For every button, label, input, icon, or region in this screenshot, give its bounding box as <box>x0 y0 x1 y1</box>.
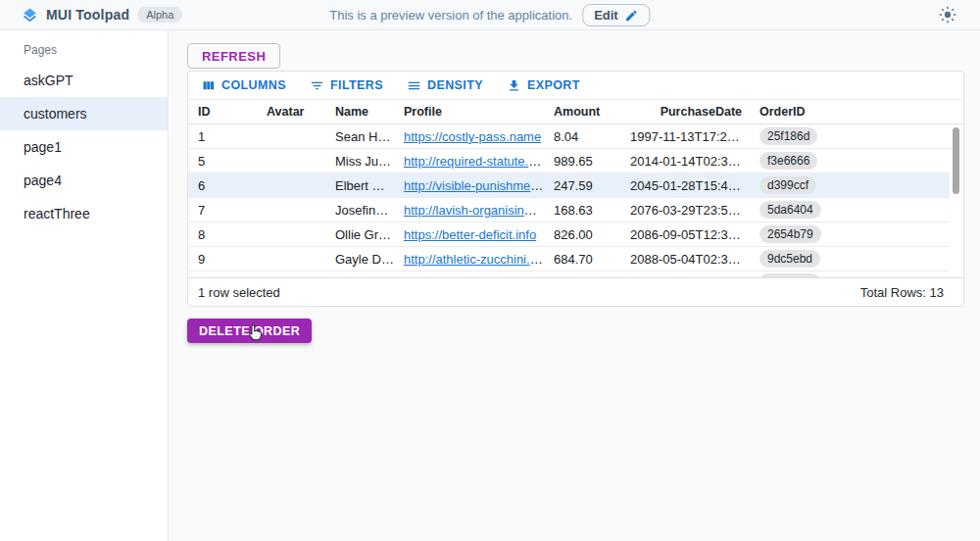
main-content: REFRESH COLUMNS FILTERS DENSITY <box>170 30 980 541</box>
cell-amount: 8.04 <box>544 129 630 144</box>
delete-order-button[interactable]: DELETE ORDER <box>187 319 312 343</box>
column-header-purchasedate[interactable]: PurchaseDate <box>630 105 750 119</box>
profile-link[interactable]: https://costly-pass.name <box>404 129 541 144</box>
orderid-chip: 9dc5ebd <box>760 250 820 268</box>
cell-purchasedate: 1997-11-13T17:24:11.769Z <box>630 129 750 144</box>
cell-id: 6 <box>188 178 257 193</box>
cell-purchasedate: 2088-05-04T02:31:03.294Z <box>630 252 750 267</box>
orderid-chip: d399ccf <box>760 176 816 194</box>
edit-button[interactable]: Edit <box>582 4 651 26</box>
brand: MUI Toolpad Alpha <box>22 7 182 24</box>
sidebar-section-label: Pages <box>0 30 168 64</box>
cell-amount: 247.59 <box>544 178 630 193</box>
orderid-chip <box>760 273 820 278</box>
sidebar-item-reactthree[interactable]: reactThree <box>0 197 168 230</box>
sidebar-item-customers[interactable]: customers <box>0 97 168 130</box>
table-row[interactable]: 8 Ollie Green… https://better-deficit.in… <box>188 222 950 247</box>
density-icon <box>407 78 421 93</box>
cell-name: Gayle Den… <box>325 252 394 267</box>
cell-name: Sean Harris <box>325 129 394 144</box>
column-header-avatar[interactable]: Avatar <box>257 105 325 119</box>
column-header-id[interactable]: ID <box>188 105 257 119</box>
column-header-orderid[interactable]: OrderID <box>750 105 963 119</box>
cell-amount: 989.65 <box>544 154 630 169</box>
layers-icon <box>22 7 38 24</box>
cell-id: 8 <box>188 227 257 242</box>
columns-button-label: COLUMNS <box>221 78 286 92</box>
cell-purchasedate: 2014-01-14T02:37:28.536Z <box>630 154 750 169</box>
sidebar: Pages askGPT customers page1 page4 react… <box>0 30 169 541</box>
table-row[interactable]: 5 Miss Juan … http://required-statute.or… <box>188 149 950 173</box>
cell-purchasedate: 2076-03-29T23:51:07.968Z <box>630 203 750 218</box>
cell-purchasedate: 2086-09-05T12:37:27.015Z <box>630 227 750 242</box>
total-rows: Total Rows: 13 <box>860 285 944 300</box>
pencil-icon <box>625 9 639 23</box>
orderid-chip: 5da6404 <box>760 201 821 219</box>
preview-banner-text: This is a preview version of the applica… <box>329 8 572 23</box>
refresh-button[interactable]: REFRESH <box>187 43 280 69</box>
columns-button[interactable]: COLUMNS <box>192 74 295 97</box>
sidebar-item-page4[interactable]: page4 <box>0 164 168 197</box>
view-columns-icon <box>201 78 216 93</box>
cell-id: 9 <box>188 252 257 267</box>
orderid-chip: f3e6666 <box>760 152 817 170</box>
table-row[interactable]: 1 Sean Harris https://costly-pass.name 8… <box>188 124 950 149</box>
filters-button-label: FILTERS <box>330 78 383 92</box>
alpha-badge: Alpha <box>137 7 182 23</box>
profile-link[interactable]: http://visible-punishment.net <box>404 178 544 193</box>
orderid-chip: 2654b79 <box>760 225 821 243</box>
grid-toolbar: COLUMNS FILTERS DENSITY EXPORT <box>188 72 963 100</box>
data-grid: COLUMNS FILTERS DENSITY EXPORT <box>187 71 964 307</box>
cell-name: Ollie Green… <box>325 227 394 242</box>
density-button[interactable]: DENSITY <box>398 74 492 97</box>
table-row[interactable]: 7 Josefina P… http://lavish-organising.n… <box>188 198 950 222</box>
filter-icon <box>310 78 324 93</box>
theme-toggle-button[interactable] <box>937 4 958 25</box>
sidebar-item-label: customers <box>24 106 87 122</box>
cell-id: 7 <box>188 203 257 218</box>
grid-footer: 1 row selected Total Rows: 13 <box>188 277 963 306</box>
cell-amount: 684.70 <box>544 252 630 267</box>
table-row-selected[interactable]: 6 Elbert McL… http://visible-punishment.… <box>188 173 950 198</box>
column-header-profile[interactable]: Profile <box>394 105 544 119</box>
density-button-label: DENSITY <box>427 78 483 92</box>
sidebar-item-label: reactThree <box>24 206 90 221</box>
cell-name: Miss Juan … <box>325 154 394 169</box>
download-icon <box>507 78 521 93</box>
orderid-chip: 25f186d <box>760 127 817 145</box>
cell-name: Elbert McL… <box>325 178 394 193</box>
grid-header-row: ID Avatar Name Profile Amount PurchaseDa… <box>188 100 963 124</box>
app-title: MUI Toolpad <box>46 7 129 23</box>
profile-link[interactable]: http://athletic-zucchini.org <box>404 252 544 267</box>
table-row-partial[interactable] <box>188 271 950 277</box>
table-row[interactable]: 9 Gayle Den… http://athletic-zucchini.or… <box>188 247 950 271</box>
cell-name: Josefina P… <box>325 203 394 218</box>
cell-amount: 168.63 <box>544 203 630 218</box>
vertical-scrollbar-thumb[interactable] <box>953 127 959 194</box>
column-header-amount[interactable]: Amount <box>544 105 630 119</box>
filters-button[interactable]: FILTERS <box>301 74 392 97</box>
export-button-label: EXPORT <box>527 78 580 92</box>
sidebar-item-label: page1 <box>24 139 62 155</box>
column-header-name[interactable]: Name <box>325 105 394 119</box>
sidebar-item-askgpt[interactable]: askGPT <box>0 64 168 97</box>
sun-icon <box>939 6 956 24</box>
edit-button-label: Edit <box>594 8 618 23</box>
profile-link[interactable]: http://required-statute.org <box>404 154 544 169</box>
app-header: MUI Toolpad Alpha This is a preview vers… <box>0 0 980 30</box>
profile-link[interactable]: http://lavish-organising.name <box>404 203 544 218</box>
sidebar-item-page1[interactable]: page1 <box>0 130 168 164</box>
selection-status: 1 row selected <box>198 285 280 300</box>
cell-id: 1 <box>188 129 257 144</box>
sidebar-item-label: askGPT <box>24 73 74 88</box>
cell-purchasedate: 2045-01-28T15:40:06.325Z <box>630 178 750 193</box>
export-button[interactable]: EXPORT <box>498 74 589 97</box>
profile-link[interactable]: https://better-deficit.info <box>404 227 536 242</box>
cell-amount: 826.00 <box>544 227 630 242</box>
grid-body: 1 Sean Harris https://costly-pass.name 8… <box>188 124 963 277</box>
sidebar-item-label: page4 <box>24 172 62 188</box>
cell-id: 5 <box>188 154 257 169</box>
